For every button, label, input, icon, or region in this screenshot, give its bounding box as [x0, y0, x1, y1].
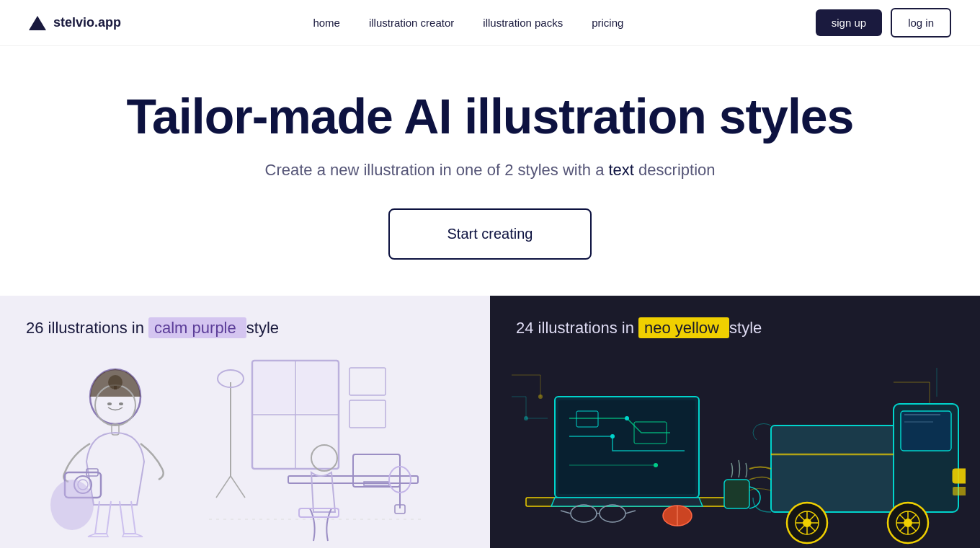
- svg-point-23: [311, 445, 337, 471]
- nav-home[interactable]: home: [313, 17, 340, 29]
- hero-title: Tailor-made AI illustration styles: [29, 89, 951, 144]
- subtitle-text-highlight: text: [609, 161, 634, 179]
- calm-purple-prefix: illustrations in: [48, 319, 148, 337]
- svg-point-38: [654, 463, 658, 467]
- svg-rect-15: [297, 362, 337, 413]
- subtitle-count: 2: [504, 161, 513, 179]
- subtitle-description: description: [638, 161, 715, 179]
- nav-pricing[interactable]: pricing: [592, 17, 623, 29]
- purple-word: purple: [192, 319, 236, 337]
- svg-point-3: [119, 402, 123, 405]
- svg-point-36: [625, 416, 629, 420]
- nav-actions: sign up log in: [816, 8, 951, 38]
- neo-yellow-card[interactable]: 24 illustrations in neo yellow style: [490, 296, 980, 548]
- svg-rect-33: [558, 400, 695, 494]
- nav-links: home illustration creator illustration p…: [313, 17, 623, 30]
- subtitle-prefix: Create a new illustration in one of: [265, 161, 501, 179]
- svg-rect-53: [953, 469, 966, 483]
- logo[interactable]: stelvio.app: [29, 15, 121, 30]
- svg-point-37: [610, 434, 615, 438]
- svg-rect-16: [349, 368, 386, 395]
- calm-purple-stylename: calm purple: [148, 317, 246, 338]
- nav-illustration-creator[interactable]: illustration creator: [369, 17, 454, 29]
- svg-point-43: [600, 505, 625, 522]
- neo-yellow-count: 24: [516, 319, 533, 337]
- neo-yellow-suffix: style: [729, 319, 762, 337]
- svg-rect-14: [254, 362, 294, 413]
- svg-line-20: [231, 476, 245, 498]
- svg-rect-52: [901, 411, 951, 451]
- calm-purple-count: 26: [26, 319, 43, 337]
- neo-yellow-illustrations: [490, 339, 966, 548]
- illustration-cards-row: 26 illustrations in calm purple style: [0, 296, 980, 548]
- navbar: stelvio.app home illustration creator il…: [0, 0, 980, 46]
- calm-purple-suffix: style: [246, 319, 279, 337]
- svg-rect-41: [724, 480, 749, 508]
- login-button[interactable]: log in: [891, 8, 951, 38]
- hero-section: Tailor-made AI illustration styles Creat…: [0, 46, 980, 296]
- calm-word: calm: [154, 319, 187, 337]
- svg-rect-54: [953, 487, 966, 495]
- svg-point-47: [538, 394, 543, 399]
- svg-point-2: [107, 402, 112, 405]
- svg-line-45: [561, 511, 571, 513]
- neo-word: neo: [644, 319, 671, 337]
- subtitle-styles: styles with a: [518, 161, 605, 179]
- neo-yellow-label: 24 illustrations in neo yellow style: [516, 319, 954, 338]
- start-creating-button[interactable]: Start creating: [388, 208, 592, 260]
- neo-yellow-prefix: illustrations in: [538, 319, 638, 337]
- nav-illustration-packs[interactable]: illustration packs: [483, 17, 563, 29]
- neo-yellow-stylename: neo yellow: [638, 317, 729, 338]
- calm-purple-label: 26 illustrations in calm purple style: [26, 319, 464, 338]
- hero-subtitle: Create a new illustration in one of 2 st…: [29, 161, 951, 180]
- logo-triangle-icon: [29, 16, 46, 30]
- svg-point-48: [524, 416, 528, 420]
- signup-button[interactable]: sign up: [816, 9, 882, 36]
- calm-purple-card[interactable]: 26 illustrations in calm purple style: [0, 296, 490, 548]
- svg-point-42: [571, 505, 597, 522]
- svg-point-10: [50, 480, 94, 530]
- logo-text: stelvio.app: [53, 15, 121, 30]
- svg-line-46: [625, 511, 636, 513]
- calm-purple-illustrations: [0, 346, 447, 548]
- yellow-word: yellow: [675, 319, 719, 337]
- svg-rect-17: [349, 400, 386, 428]
- svg-line-19: [216, 476, 231, 498]
